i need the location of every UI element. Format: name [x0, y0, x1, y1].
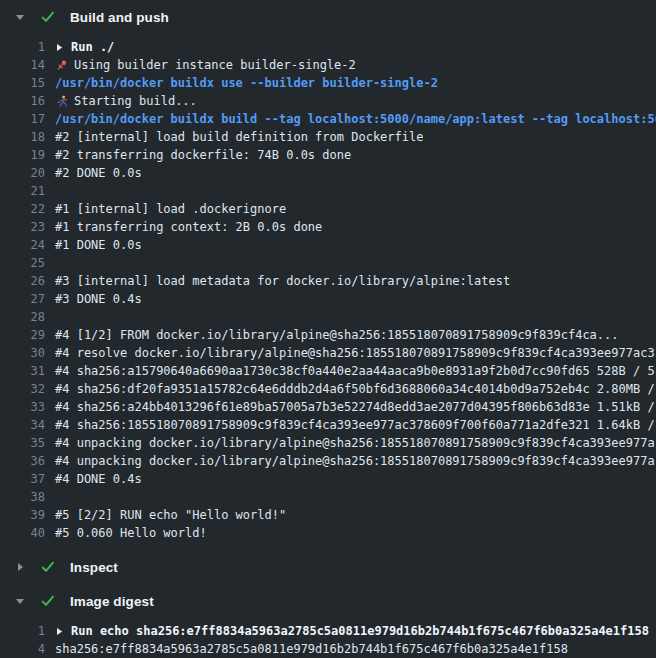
line-content: #5 0.060 Hello world!	[45, 524, 207, 542]
line-number[interactable]: 34	[0, 416, 45, 434]
line-content: #4 sha256:185518070891758909c9f839cf4ca3…	[45, 416, 655, 434]
chevron-down-icon[interactable]	[14, 596, 26, 606]
section-title: Build and push	[70, 10, 169, 25]
line-number[interactable]: 20	[0, 164, 45, 182]
line-number[interactable]: 1	[0, 622, 45, 640]
log-line: 29#4 [1/2] FROM docker.io/library/alpine…	[0, 326, 656, 344]
chevron-right-icon[interactable]	[14, 562, 26, 572]
log-line: 34#4 sha256:185518070891758909c9f839cf4c…	[0, 416, 656, 434]
log-line: 17/usr/bin/docker buildx build --tag loc…	[0, 110, 656, 128]
line-number[interactable]: 18	[0, 128, 45, 146]
line-text: #4 DONE 0.4s	[55, 470, 142, 488]
line-content: #4 sha256:a15790640a6690aa1730c38cf0a440…	[45, 362, 655, 380]
log-line: 19#2 transferring dockerfile: 74B 0.0s d…	[0, 146, 656, 164]
line-number[interactable]: 33	[0, 398, 45, 416]
line-content[interactable]: Run ./	[45, 38, 114, 56]
line-text: #2 transferring dockerfile: 74B 0.0s don…	[55, 146, 351, 164]
line-number[interactable]: 37	[0, 470, 45, 488]
run-expander-icon[interactable]	[55, 43, 64, 52]
line-number[interactable]: 40	[0, 524, 45, 542]
line-number[interactable]: 27	[0, 290, 45, 308]
line-number[interactable]: 35	[0, 434, 45, 452]
line-text: #4 [1/2] FROM docker.io/library/alpine@s…	[55, 326, 619, 344]
line-content: #1 [internal] load .dockerignore	[45, 200, 286, 218]
line-number[interactable]: 32	[0, 380, 45, 398]
line-text: #5 0.060 Hello world!	[55, 524, 207, 542]
log-section-inspect: Inspect	[0, 550, 656, 584]
line-text: #4 sha256:a15790640a6690aa1730c38cf0a440…	[55, 362, 655, 380]
line-text: #3 [internal] load metadata for docker.i…	[55, 272, 510, 290]
line-number[interactable]: 28	[0, 308, 45, 326]
line-number[interactable]: 4	[0, 640, 45, 658]
section-header-inspect[interactable]: Inspect	[0, 550, 656, 584]
line-number[interactable]: 17	[0, 110, 45, 128]
section-log-body: 1Run ./14Using builder instance builder-…	[0, 34, 656, 550]
line-text: #4 sha256:185518070891758909c9f839cf4ca3…	[55, 416, 655, 434]
log-line: 40#5 0.060 Hello world!	[0, 524, 656, 542]
line-number[interactable]: 25	[0, 254, 45, 272]
section-title: Inspect	[70, 560, 118, 575]
line-text: Starting build...	[74, 92, 197, 110]
line-content: #2 DONE 0.0s	[45, 164, 142, 182]
line-number[interactable]: 21	[0, 182, 45, 200]
log-line: 20#2 DONE 0.0s	[0, 164, 656, 182]
line-number[interactable]: 38	[0, 488, 45, 506]
line-content: #3 DONE 0.4s	[45, 290, 142, 308]
log-line: 14Using builder instance builder-single-…	[0, 56, 656, 74]
log-line: 38	[0, 488, 656, 506]
line-number[interactable]: 24	[0, 236, 45, 254]
run-expander-icon[interactable]	[55, 627, 64, 636]
line-content: #4 sha256:df20fa9351a15782c64e6dddb2d4a6…	[45, 380, 655, 398]
line-content	[45, 308, 55, 326]
section-header-build-and-push[interactable]: Build and push	[0, 0, 656, 34]
line-number[interactable]: 15	[0, 74, 45, 92]
log-line: 35#4 unpacking docker.io/library/alpine@…	[0, 434, 656, 452]
section-title: Image digest	[70, 594, 154, 609]
line-text: /usr/bin/docker buildx build --tag local…	[55, 110, 656, 128]
log-line: 36#4 unpacking docker.io/library/alpine@…	[0, 452, 656, 470]
line-content: #4 unpacking docker.io/library/alpine@sh…	[45, 452, 655, 470]
line-number[interactable]: 29	[0, 326, 45, 344]
line-content: #4 DONE 0.4s	[45, 470, 142, 488]
line-number[interactable]: 16	[0, 92, 45, 110]
line-content: Using builder instance builder-single-2	[45, 56, 356, 74]
line-text: #1 [internal] load .dockerignore	[55, 200, 286, 218]
log-line: 23#1 transferring context: 2B 0.0s done	[0, 218, 656, 236]
line-text: #4 unpacking docker.io/library/alpine@sh…	[55, 434, 655, 452]
line-number[interactable]: 14	[0, 56, 45, 74]
line-number[interactable]: 22	[0, 200, 45, 218]
log-section-image-digest: Image digest1Run echo sha256:e7ff8834a59…	[0, 584, 656, 658]
log-line: 31#4 sha256:a15790640a6690aa1730c38cf0a4…	[0, 362, 656, 380]
line-text: #4 resolve docker.io/library/alpine@sha2…	[55, 344, 655, 362]
line-content: sha256:e7ff8834a5963a2785c5a0811e979d16b…	[45, 640, 568, 658]
chevron-down-icon[interactable]	[14, 12, 26, 22]
workflow-log-viewer: Build and push1Run ./14Using builder ins…	[0, 0, 656, 658]
line-number[interactable]: 23	[0, 218, 45, 236]
line-number[interactable]: 39	[0, 506, 45, 524]
line-number[interactable]: 1	[0, 38, 45, 56]
line-number[interactable]: 31	[0, 362, 45, 380]
check-icon	[40, 593, 56, 609]
line-number[interactable]: 30	[0, 344, 45, 362]
log-line: 32#4 sha256:df20fa9351a15782c64e6dddb2d4…	[0, 380, 656, 398]
line-content: Starting build...	[45, 92, 197, 110]
line-text: #5 [2/2] RUN echo "Hello world!"	[55, 506, 286, 524]
log-line: 15/usr/bin/docker buildx use --builder b…	[0, 74, 656, 92]
log-line: 24#1 DONE 0.0s	[0, 236, 656, 254]
line-content: /usr/bin/docker buildx use --builder bui…	[45, 74, 438, 92]
check-icon	[40, 9, 56, 25]
line-content: #4 resolve docker.io/library/alpine@sha2…	[45, 344, 655, 362]
line-content: #5 [2/2] RUN echo "Hello world!"	[45, 506, 286, 524]
line-number[interactable]: 36	[0, 452, 45, 470]
line-number[interactable]: 26	[0, 272, 45, 290]
log-line: 25	[0, 254, 656, 272]
log-line: 16Starting build...	[0, 92, 656, 110]
line-number[interactable]: 19	[0, 146, 45, 164]
line-text: Run echo sha256:e7ff8834a5963a2785c5a081…	[71, 622, 649, 640]
line-text: #1 transferring context: 2B 0.0s done	[55, 218, 322, 236]
log-line: 37#4 DONE 0.4s	[0, 470, 656, 488]
line-text: #1 DONE 0.0s	[55, 236, 142, 254]
section-header-image-digest[interactable]: Image digest	[0, 584, 656, 618]
line-text: #4 sha256:a24bb4013296f61e89ba57005a7b3e…	[55, 398, 655, 416]
line-content[interactable]: Run echo sha256:e7ff8834a5963a2785c5a081…	[45, 622, 649, 640]
